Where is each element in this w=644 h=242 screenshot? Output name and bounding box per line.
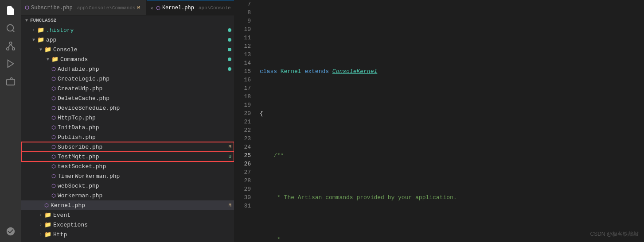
chevron-right-icon3: › — [37, 223, 44, 227]
svg-line-5 — [8, 44, 11, 47]
file-label12: TimerWorkerman.php — [58, 173, 234, 180]
tab-subscribe-path: app\Console\Commands — [77, 5, 136, 11]
file-httptcp[interactable]: ⬡ HttpTcp.php — [21, 113, 234, 123]
folder-icon7: 📁 — [44, 231, 51, 238]
file-websockt[interactable]: ⬡ webSockt.php — [21, 181, 234, 191]
extensions-icon[interactable] — [4, 74, 18, 88]
commands-folder[interactable]: ▼ 📁 Commands — [21, 54, 234, 64]
php-icon: ⬡ — [51, 66, 56, 72]
php-icon14: ⬡ — [51, 193, 56, 199]
kernel-badge: M — [228, 203, 231, 208]
file-subscribe[interactable]: ⬡ Subscribe.php M — [21, 142, 234, 152]
file-label11: testSocket.php — [58, 163, 234, 170]
remote-icon[interactable] — [4, 224, 18, 238]
subscribe-badge: M — [228, 144, 231, 150]
file-label4: DeleteCache.php — [58, 95, 234, 102]
editor-tabs: ⬡ Subscribe.php app\Console\Commands M ✕… — [21, 0, 234, 15]
tab-kernel-close[interactable]: ✕ — [150, 5, 153, 11]
file-label3: CreateUdp.php — [58, 85, 234, 92]
event-label: Event — [53, 212, 234, 219]
chevron-right-icon: › — [30, 28, 37, 33]
project-name: FUNCLASS2 — [30, 18, 234, 23]
file-badge — [228, 67, 231, 71]
tab-kernel-path: app\Console — [199, 5, 231, 11]
php-icon8: ⬡ — [51, 134, 56, 140]
file-createlogic[interactable]: ⬡ CreateLogic.php — [21, 74, 234, 84]
file-label10: TestMqtt.php — [58, 154, 228, 160]
history-label: .history — [46, 27, 228, 34]
file-label: AddTable.php — [58, 66, 228, 73]
chevron-down-icon3: ▼ — [37, 47, 44, 52]
commands-label: Commands — [60, 56, 228, 63]
svg-point-3 — [7, 48, 9, 50]
file-initdata[interactable]: ⬡ InitData.php — [21, 123, 234, 132]
tab-subscribe-label: Subscribe.php — [31, 5, 73, 11]
exceptions-folder[interactable]: › 📁 Exceptions — [21, 220, 234, 230]
code-line-7 — [260, 25, 644, 34]
php-icon6: ⬡ — [51, 115, 56, 121]
http-folder[interactable]: › 📁 Http — [21, 230, 234, 239]
code-editor: 7 8 9 10 11 12 13 14 15 16 17 18 19 20 2… — [234, 0, 644, 242]
code-line-10: /** — [260, 151, 644, 160]
commands-badge — [228, 58, 231, 61]
svg-point-4 — [12, 48, 15, 50]
chevron-down-icon4: ▼ — [44, 57, 51, 62]
file-label14: Workerman.php — [58, 192, 234, 199]
folder-icon3: 📁 — [44, 46, 51, 53]
file-explorer: ▼ FUNCLASS2 › 📁 .history ▼ 📁 app ▼ 📁 Con… — [21, 15, 234, 242]
php-icon2: ⬡ — [51, 76, 56, 82]
event-folder[interactable]: › 📁 Event — [21, 210, 234, 220]
file-label2: CreateLogic.php — [58, 76, 234, 82]
file-label9: Subscribe.php — [58, 144, 228, 150]
code-line-8: class Kernel extends ConsoleKernel — [260, 67, 644, 76]
console-label: Console — [53, 46, 228, 53]
line-numbers: 7 8 9 10 11 12 13 14 15 16 17 18 19 20 2… — [234, 0, 256, 242]
folder-icon: 📁 — [37, 27, 44, 34]
file-workerman[interactable]: ⬡ Workerman.php — [21, 191, 234, 200]
tab-kernel[interactable]: ✕ ⬡ Kernel.php app\Console — [147, 0, 234, 15]
svg-marker-7 — [8, 60, 14, 68]
file-label7: InitData.php — [58, 124, 234, 131]
svg-point-0 — [7, 25, 14, 31]
svg-rect-8 — [7, 79, 15, 85]
files-icon[interactable] — [4, 4, 18, 18]
chevron-right-icon4: › — [37, 232, 44, 237]
php-icon15: ⬡ — [44, 203, 49, 208]
exceptions-label: Exceptions — [53, 222, 234, 228]
folder-icon5: 📁 — [44, 211, 51, 219]
php-icon12: ⬡ — [51, 173, 56, 179]
php-icon4: ⬡ — [51, 96, 56, 101]
code-line-12: * — [260, 235, 644, 242]
folder-icon4: 📁 — [51, 56, 59, 63]
app-badge — [228, 38, 231, 42]
file-deviceschedule[interactable]: ⬡ DeviceSchedule.php — [21, 103, 234, 113]
app-label: app — [46, 37, 228, 43]
file-testmqtt[interactable]: ⬡ TestMqtt.php U — [21, 152, 234, 161]
tab-subscribe-badge: M — [137, 5, 141, 11]
php-icon13: ⬡ — [51, 183, 56, 189]
file-publish[interactable]: ⬡ Publish.php — [21, 132, 234, 142]
file-kernel[interactable]: ⬡ Kernel.php M — [21, 200, 234, 210]
file-timerworkerman[interactable]: ⬡ TimerWorkerman.php — [21, 171, 234, 181]
file-addtable[interactable]: ⬡ AddTable.php — [21, 64, 234, 74]
code-area: 7 8 9 10 11 12 13 14 15 16 17 18 19 20 2… — [234, 0, 644, 242]
code-content[interactable]: class Kernel extends ConsoleKernel { /**… — [256, 0, 644, 242]
code-line-11: * The Artisan commands provided by your … — [260, 193, 644, 202]
chevron-right-icon2: › — [37, 213, 44, 218]
source-control-icon[interactable] — [4, 39, 18, 53]
file-deletecache[interactable]: ⬡ DeleteCache.php — [21, 93, 234, 103]
console-folder[interactable]: ▼ 📁 Console — [21, 45, 234, 54]
debug-icon[interactable] — [4, 57, 18, 71]
app-folder[interactable]: ▼ 📁 app — [21, 35, 234, 45]
history-badge — [228, 28, 231, 32]
file-testsocket[interactable]: ⬡ testSocket.php — [21, 161, 234, 171]
project-root[interactable]: ▼ FUNCLASS2 — [21, 15, 234, 25]
search-icon[interactable] — [4, 21, 18, 35]
console-badge — [228, 48, 231, 51]
php-icon3: ⬡ — [51, 86, 56, 92]
tab-subscribe[interactable]: ⬡ Subscribe.php app\Console\Commands M — [21, 0, 147, 15]
chevron-down-icon: ▼ — [23, 18, 30, 23]
code-line-9: { — [260, 109, 644, 118]
history-folder[interactable]: › 📁 .history — [21, 25, 234, 35]
file-createudp[interactable]: ⬡ CreateUdp.php — [21, 84, 234, 93]
